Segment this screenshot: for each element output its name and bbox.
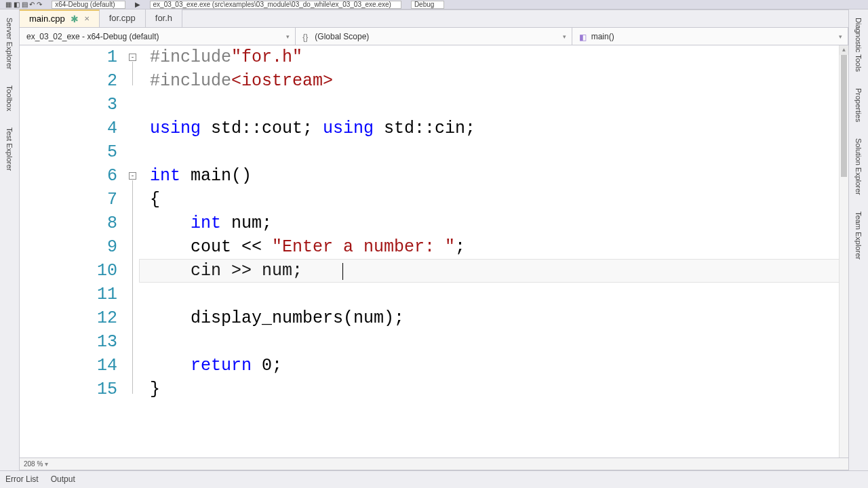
config-dropdown[interactable]: x64-Debug (default) [52, 1, 125, 9]
namespace-scope-combo[interactable]: {} (Global Scope) [296, 28, 572, 45]
code-line[interactable]: #include"for.h" [150, 45, 848, 69]
file-tab-bar: main.cpp✱✕for.cppfor.h [20, 10, 848, 28]
line-number: 11 [20, 283, 117, 306]
line-number: 8 [20, 211, 117, 235]
line-number: 13 [20, 330, 117, 354]
right-side-strip: Diagnostic Tools Properties Solution Exp… [849, 9, 868, 470]
line-number: 7 [20, 188, 117, 211]
code-line[interactable] [150, 93, 848, 117]
solution-explorer-tab[interactable]: Solution Explorer [853, 134, 864, 199]
main-toolbar: ▦ ◧ ▤ ↶ ↷ x64-Debug (default) ▶ ex_03_03… [0, 0, 868, 9]
scope-bar: ex_03_02_exe - x64-Debug (default) {} (G… [20, 28, 848, 45]
file-tab-for-cpp[interactable]: for.cpp [100, 9, 146, 27]
diagnostic-tools-tab[interactable]: Diagnostic Tools [853, 14, 864, 76]
team-explorer-tab[interactable]: Team Explorer [853, 207, 864, 264]
code-line[interactable]: int main() [150, 164, 848, 188]
file-tab-label: main.cpp [29, 13, 65, 25]
left-side-strip: Server Explorer Toolbox Test Explorer [0, 9, 19, 470]
code-line[interactable]: display_numbers(num); [150, 306, 848, 330]
dirty-icon: ✱ [71, 13, 79, 25]
mode-dropdown[interactable]: Debug [411, 1, 444, 9]
line-number: 15 [20, 378, 117, 401]
editor-status-bar: 208 % [20, 458, 848, 470]
code-line[interactable]: } [150, 378, 848, 401]
file-tab-label: for.cpp [109, 12, 136, 24]
file-tab-label: for.h [155, 12, 172, 24]
outline-column[interactable]: -- [127, 45, 139, 458]
code-line[interactable]: return 0; [150, 354, 848, 378]
scroll-up-icon[interactable]: ▲ [840, 45, 848, 55]
code-line[interactable] [150, 140, 848, 164]
toolbar-icons[interactable]: ▦ ◧ ▤ ↶ ↷ [5, 1, 42, 8]
toolbox-tab[interactable]: Toolbox [4, 81, 15, 115]
properties-tab[interactable]: Properties [853, 84, 864, 126]
code-line[interactable]: using std::cout; using std::cin; [150, 117, 848, 140]
line-number: 3 [20, 93, 117, 117]
fold-toggle-icon[interactable]: - [129, 172, 136, 180]
file-tab-for-h[interactable]: for.h [146, 9, 182, 27]
code-line[interactable] [150, 330, 848, 354]
vertical-scrollbar[interactable]: ▲ [839, 45, 848, 458]
bottom-panel-tabs: Error List Output [0, 470, 868, 487]
text-cursor [342, 263, 343, 280]
line-number: 4 [20, 117, 117, 140]
code-line[interactable]: cin >> num; [150, 259, 848, 283]
code-line[interactable]: #include<iostream> [150, 69, 848, 93]
close-icon[interactable]: ✕ [84, 13, 90, 25]
editor-region: main.cpp✱✕for.cppfor.h ex_03_02_exe - x6… [19, 9, 849, 470]
error-list-tab[interactable]: Error List [5, 474, 39, 484]
code-line[interactable] [150, 283, 848, 306]
line-number: 5 [20, 140, 117, 164]
test-explorer-tab[interactable]: Test Explorer [4, 123, 15, 175]
target-dropdown[interactable]: ex_03_03_exe.exe (src\examples\03_module… [150, 1, 401, 9]
code-content[interactable]: ▲ #include"for.h"#include<iostream> usin… [139, 45, 848, 458]
line-number: 6 [20, 164, 117, 188]
server-explorer-tab[interactable]: Server Explorer [4, 14, 15, 73]
method-icon: ◧ [579, 33, 587, 41]
line-number: 1 [20, 45, 117, 69]
line-number-gutter: 123456789101112131415 [20, 45, 127, 458]
code-line[interactable]: { [150, 188, 848, 211]
line-number: 2 [20, 69, 117, 93]
line-number: 14 [20, 354, 117, 378]
code-line[interactable]: int num; [150, 211, 848, 235]
line-number: 12 [20, 306, 117, 330]
line-number: 10 [20, 259, 117, 283]
file-tab-main-cpp[interactable]: main.cpp✱✕ [20, 9, 100, 27]
braces-icon: {} [302, 33, 311, 41]
line-number: 9 [20, 235, 117, 259]
zoom-dropdown[interactable]: 208 % [24, 460, 48, 468]
scroll-thumb[interactable] [841, 55, 847, 177]
code-line[interactable]: cout << "Enter a number: "; [150, 235, 848, 259]
fold-toggle-icon[interactable]: - [129, 54, 136, 61]
function-scope-combo[interactable]: ◧ main() [572, 28, 848, 45]
project-scope-combo[interactable]: ex_03_02_exe - x64-Debug (default) [20, 28, 296, 45]
output-tab[interactable]: Output [51, 474, 75, 484]
code-editor[interactable]: 123456789101112131415 -- ▲ #include"for.… [20, 45, 848, 458]
